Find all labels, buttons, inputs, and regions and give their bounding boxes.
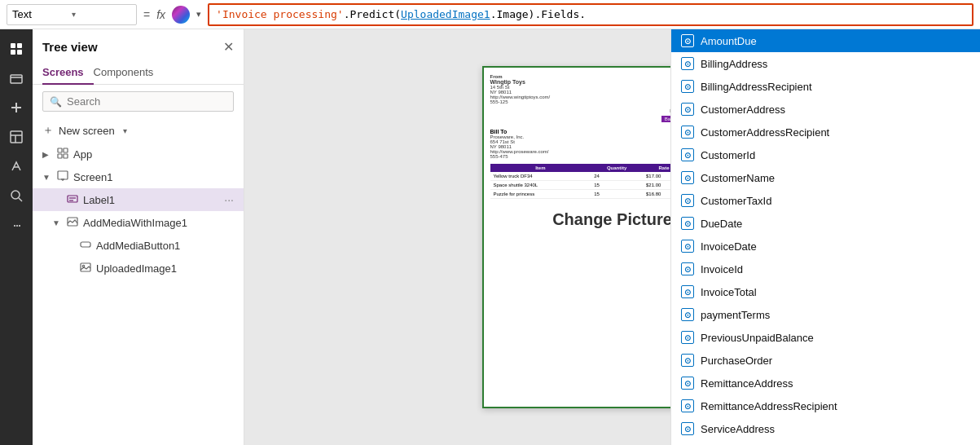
svg-rect-14	[58, 148, 62, 152]
field-label-16: RemittanceAddressRecipient	[701, 400, 837, 412]
tree-chevron-addmedia: ▼	[52, 218, 62, 227]
row3-item: Puzzle for princess	[490, 190, 591, 199]
dropdown-item-17[interactable]: ⊙ ServiceAddress	[671, 417, 980, 440]
svg-rect-0	[11, 43, 15, 48]
field-icon-4: ⊙	[681, 126, 694, 139]
icon-rail: ···	[0, 29, 33, 445]
type-selector[interactable]: Text ▾	[7, 4, 137, 25]
svg-rect-15	[64, 148, 68, 152]
field-icon-8: ⊙	[681, 217, 694, 230]
search-input[interactable]	[67, 95, 226, 108]
tree-label-app: App	[73, 148, 234, 161]
tree-section: ▶ App ▼ Screen1 Label1	[33, 143, 244, 445]
rail-icon-add[interactable]	[3, 95, 29, 121]
main-content: ··· Tree view ✕ Screens Components 🔍 ＋ N…	[0, 29, 980, 445]
field-icon-7: ⊙	[681, 194, 694, 207]
rail-icon-variable[interactable]	[3, 153, 29, 179]
field-icon-10: ⊙	[681, 262, 694, 275]
field-label-13: PreviousUnpaidBalance	[701, 332, 814, 344]
dropdown-item-4[interactable]: ⊙ CustomerAddressRecipient	[671, 121, 980, 143]
tree-item-screen1[interactable]: ▼ Screen1	[33, 165, 244, 188]
field-icon-13: ⊙	[681, 331, 694, 344]
row1-item: Yellow truck DF34	[490, 172, 591, 181]
grid-icon	[57, 148, 68, 161]
dropdown-item-15[interactable]: ⊙ RemittanceAddress	[671, 372, 980, 394]
field-label-6: CustomerName	[701, 172, 775, 184]
field-icon-0: ⊙	[681, 34, 694, 47]
dropdown-item-14[interactable]: ⊙ PurchaseOrder	[671, 349, 980, 372]
field-icon-12: ⊙	[681, 308, 694, 321]
dropdown-item-10[interactable]: ⊙ InvoiceId	[671, 258, 980, 280]
field-icon-14: ⊙	[681, 354, 694, 367]
field-icon-6: ⊙	[681, 171, 694, 184]
svg-rect-3	[17, 50, 22, 55]
tree-label-addbtn: AddMediaButton1	[96, 240, 234, 252]
tab-screens[interactable]: Screens	[42, 61, 94, 85]
media-icon	[67, 216, 78, 230]
chevron-down-icon: ▾	[72, 10, 131, 19]
dropdown-item-1[interactable]: ⊙ BillingAddress	[671, 52, 980, 75]
formula-param: UploadedImage1	[401, 8, 490, 20]
field-label-11: InvoiceTotal	[701, 286, 757, 298]
new-screen-button[interactable]: ＋ New screen ▾	[33, 118, 244, 143]
screen-icon	[57, 170, 68, 184]
tree-item-addmedia[interactable]: ▼ AddMediaWithImage1	[33, 211, 244, 234]
bill-phone: 555-475	[490, 154, 508, 159]
new-screen-chevron: ▾	[123, 126, 127, 135]
dropdown-item-12[interactable]: ⊙ paymentTerms	[671, 303, 980, 326]
dropdown-item-8[interactable]: ⊙ DueDate	[671, 212, 980, 235]
field-icon-5: ⊙	[681, 148, 694, 161]
dropdown-item-5[interactable]: ⊙ CustomerId	[671, 143, 980, 166]
search-box: 🔍	[42, 91, 234, 112]
formula-dot: .Image).Fields.	[490, 8, 586, 20]
rail-icon-search[interactable]	[3, 183, 29, 209]
power-fx-icon[interactable]	[172, 6, 190, 24]
dropdown-item-9[interactable]: ⊙ InvoiceDate	[671, 235, 980, 258]
formula-method: .Predict(	[344, 8, 401, 20]
tree-item-uploadedimg[interactable]: UploadedImage1	[33, 257, 244, 280]
type-selector-label: Text	[12, 8, 72, 20]
rail-icon-home[interactable]	[3, 36, 29, 62]
tree-label-screen1: Screen1	[73, 171, 234, 183]
row2-item: Space shuttle 3240L	[490, 181, 591, 190]
dropdown-item-2[interactable]: ⊙ BillingAddressRecipient	[671, 75, 980, 98]
plus-icon: ＋	[42, 123, 54, 138]
svg-rect-4	[11, 75, 22, 83]
formula-bar[interactable]: 'Invoice processing' .Predict( UploadedI…	[208, 3, 973, 26]
rail-icon-layers[interactable]	[3, 65, 29, 91]
svg-rect-8	[11, 131, 22, 143]
new-screen-label: New screen	[59, 125, 115, 137]
tree-item-label1[interactable]: Label1 ···	[33, 188, 244, 211]
fx-icon: fx	[156, 8, 165, 21]
svg-rect-18	[58, 171, 68, 179]
tree-label-label1: Label1	[83, 194, 221, 206]
dropdown-item-11[interactable]: ⊙ InvoiceTotal	[671, 280, 980, 303]
equals-sign: =	[143, 8, 150, 21]
rail-icon-more[interactable]: ···	[3, 212, 29, 238]
sidebar-close-button[interactable]: ✕	[223, 39, 234, 55]
dropdown-item-16[interactable]: ⊙ RemittanceAddressRecipient	[671, 394, 980, 417]
field-label-5: CustomerId	[701, 149, 755, 161]
field-label-4: CustomerAddressRecipient	[701, 126, 829, 139]
dropdown-item-0[interactable]: ⊙ AmountDue	[671, 29, 980, 52]
formula-string: 'Invoice processing'	[216, 8, 344, 20]
svg-rect-17	[64, 154, 68, 158]
tree-item-addbtn[interactable]: AddMediaButton1	[33, 234, 244, 257]
field-icon-2: ⊙	[681, 80, 694, 93]
svg-rect-25	[81, 242, 90, 247]
search-icon: 🔍	[50, 96, 62, 108]
dropdown-item-13[interactable]: ⊙ PreviousUnpaidBalance	[671, 326, 980, 349]
rail-icon-table[interactable]	[3, 124, 29, 150]
field-icon-11: ⊙	[681, 285, 694, 298]
svg-rect-21	[68, 196, 77, 202]
dropdown-item-18[interactable]: ⊙ ServiceAddressRecipient	[671, 440, 980, 445]
tree-dots-label1[interactable]: ···	[224, 193, 234, 206]
field-label-10: InvoiceId	[701, 263, 743, 275]
tab-components[interactable]: Components	[94, 61, 164, 85]
field-icon-3: ⊙	[681, 103, 694, 116]
field-icon-17: ⊙	[681, 422, 694, 435]
dropdown-item-3[interactable]: ⊙ CustomerAddress	[671, 98, 980, 121]
dropdown-item-7[interactable]: ⊙ CustomerTaxId	[671, 189, 980, 212]
dropdown-item-6[interactable]: ⊙ CustomerName	[671, 166, 980, 189]
tree-item-app[interactable]: ▶ App	[33, 143, 244, 165]
